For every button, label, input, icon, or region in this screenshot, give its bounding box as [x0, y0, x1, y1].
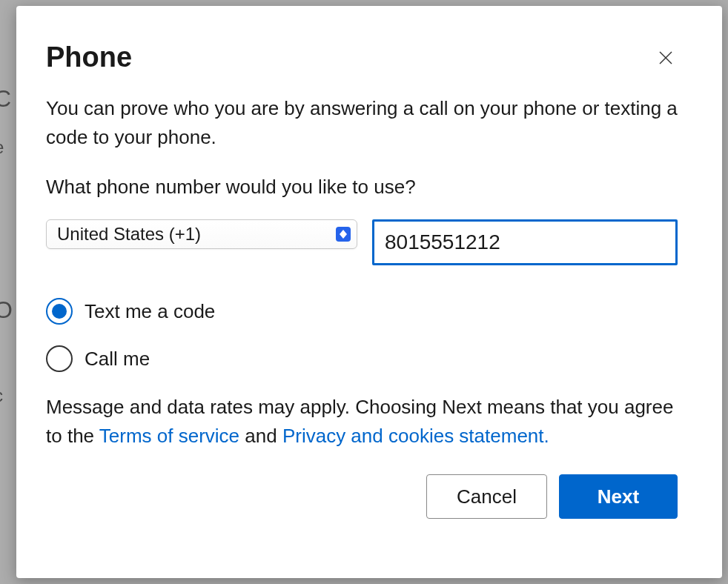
radio-option-text-code[interactable]: Text me a code [46, 298, 678, 325]
privacy-statement-link[interactable]: Privacy and cookies statement. [282, 425, 549, 447]
radio-circle-icon [46, 345, 73, 372]
radio-circle-icon [46, 298, 73, 325]
terms-of-service-link[interactable]: Terms of service [99, 425, 239, 447]
close-icon [657, 49, 675, 67]
modal-title: Phone [46, 42, 132, 73]
next-button[interactable]: Next [559, 474, 678, 519]
select-arrows-icon [336, 227, 351, 242]
modal-header: Phone [46, 42, 678, 73]
country-code-select[interactable]: United States (+1) [46, 219, 357, 249]
phone-verification-modal: Phone You can prove who you are by answe… [16, 6, 722, 578]
phone-input-row: United States (+1) [46, 219, 678, 265]
country-code-selected-value: United States (+1) [57, 224, 201, 244]
cancel-button[interactable]: Cancel [426, 474, 547, 519]
close-button[interactable] [654, 46, 678, 70]
verification-method-radio-group: Text me a code Call me [46, 298, 678, 372]
modal-button-row: Cancel Next [46, 474, 678, 519]
phone-number-input[interactable] [372, 219, 678, 265]
svg-marker-3 [340, 234, 347, 239]
radio-dot-icon [52, 304, 67, 319]
radio-option-call-me[interactable]: Call me [46, 345, 678, 372]
description-text: You can prove who you are by answering a… [46, 94, 678, 152]
prompt-text: What phone number would you like to use? [46, 176, 678, 199]
radio-label: Text me a code [85, 300, 215, 323]
radio-label: Call me [85, 348, 150, 371]
disclaimer-text: Message and data rates may apply. Choosi… [46, 393, 678, 451]
country-code-select-wrapper: United States (+1) [46, 219, 357, 265]
